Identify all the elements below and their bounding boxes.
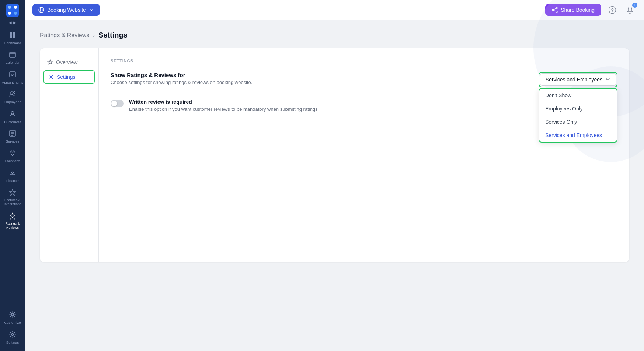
topbar: Booking Website Share Booking ? 1 <box>25 0 644 20</box>
svg-rect-7 <box>10 35 12 38</box>
sidebar-item-label-settings-bottom: Settings <box>6 340 19 344</box>
svg-rect-9 <box>10 52 15 57</box>
svg-point-26 <box>11 313 14 316</box>
sidebar-item-label-services: Services <box>6 139 19 143</box>
sidebar-item-label-ratings: Ratings &Reviews <box>5 222 20 230</box>
sidebar-item-finance[interactable]: Finance <box>0 166 25 186</box>
settings-section-title: SETTINGS <box>111 59 617 63</box>
show-ratings-desc: Choose settings for showing ratings & re… <box>111 80 252 85</box>
help-button[interactable]: ? <box>606 3 619 17</box>
content-area: Ratings & Reviews › Settings Overview Se… <box>25 20 644 351</box>
svg-point-30 <box>552 9 554 11</box>
sidebar-item-label-finance: Finance <box>6 179 19 183</box>
services-icon <box>9 130 16 138</box>
features-icon <box>9 189 16 197</box>
notification-badge-count: 1 <box>632 3 637 8</box>
customize-icon <box>9 311 16 319</box>
calendar-icon <box>9 51 16 59</box>
svg-point-15 <box>14 92 15 94</box>
ratings-dropdown-wrapper: Services and Employees Don't Show Employ… <box>539 72 617 87</box>
settings-navigation: Overview Settings <box>40 48 99 262</box>
ratings-dropdown-value: Services and Employees <box>546 77 602 83</box>
settings-content: SETTINGS Show Ratings & Reviews for Choo… <box>99 48 629 262</box>
ratings-icon <box>9 212 16 221</box>
written-review-label: Written review is required <box>129 99 319 105</box>
sidebar-item-locations[interactable]: Locations <box>0 146 25 166</box>
svg-point-14 <box>11 92 13 94</box>
sidebar-item-dashboard[interactable]: Dashboard <box>0 28 25 48</box>
dropdown-item-services-and-employees[interactable]: Services and Employees <box>539 129 617 142</box>
svg-line-33 <box>554 10 556 11</box>
show-ratings-info: Show Ratings & Reviews for Choose settin… <box>111 72 252 85</box>
svg-point-31 <box>556 11 557 13</box>
sidebar-item-customize[interactable]: Customize <box>0 308 25 327</box>
sidebar-item-features[interactable]: Features &Integrations <box>0 186 25 209</box>
sidebar-item-label-customize: Customize <box>4 320 21 324</box>
svg-rect-22 <box>10 171 15 175</box>
ratings-dropdown-menu: Don't Show Employees Only Services Only … <box>539 88 617 143</box>
svg-rect-8 <box>13 35 15 38</box>
sidebar-item-settings[interactable]: Settings <box>0 328 25 347</box>
sidebar-item-services[interactable]: Services <box>0 127 25 146</box>
dropdown-item-services-only[interactable]: Services Only <box>539 115 617 129</box>
svg-marker-25 <box>10 213 15 219</box>
svg-marker-36 <box>48 60 53 64</box>
toggle-thumb <box>111 101 117 106</box>
share-booking-button[interactable]: Share Booking <box>545 4 601 16</box>
sidebar-item-label-dashboard: Dashboard <box>4 41 21 45</box>
sidebar-item-label-employees: Employees <box>4 100 21 104</box>
customers-icon <box>9 110 16 119</box>
show-ratings-row: Show Ratings & Reviews for Choose settin… <box>111 72 617 87</box>
svg-point-29 <box>556 7 557 9</box>
svg-point-2 <box>14 6 17 9</box>
svg-point-1 <box>8 6 11 9</box>
sidebar-item-label-locations: Locations <box>5 159 20 163</box>
ratings-dropdown-trigger[interactable]: Services and Employees <box>540 73 616 86</box>
sidebar-item-appointments[interactable]: Appointments <box>0 68 25 87</box>
sidebar-item-employees[interactable]: Employees <box>0 87 25 107</box>
locations-icon <box>9 149 16 158</box>
dropdown-item-dont-show[interactable]: Don't Show <box>539 89 617 102</box>
svg-point-16 <box>11 111 14 114</box>
svg-text:?: ? <box>611 7 613 13</box>
booking-website-button[interactable]: Booking Website <box>32 4 100 16</box>
svg-point-27 <box>12 333 14 335</box>
breadcrumb-separator: › <box>93 32 95 38</box>
svg-line-32 <box>554 8 556 10</box>
arrow-right-icon[interactable]: ▶ <box>13 21 16 25</box>
dropdown-item-employees-only[interactable]: Employees Only <box>539 102 617 115</box>
arrow-left-icon[interactable]: ◀ <box>9 21 12 25</box>
sidebar-item-label-customers: Customers <box>4 120 21 124</box>
written-review-desc: Enable this option if you want customer … <box>129 106 319 112</box>
sidebar-logo <box>6 4 19 18</box>
topbar-right: Share Booking ? 1 <box>545 3 637 17</box>
written-review-toggle[interactable] <box>111 100 124 107</box>
share-booking-label: Share Booking <box>561 7 595 13</box>
breadcrumb-parent[interactable]: Ratings & Reviews <box>40 32 89 39</box>
settings-nav-overview-label: Overview <box>56 59 77 65</box>
svg-point-37 <box>50 76 52 78</box>
finance-icon <box>9 169 16 178</box>
settings-nav-settings[interactable]: Settings <box>43 70 95 84</box>
breadcrumb-current: Settings <box>98 31 128 39</box>
settings-icon <box>9 331 16 339</box>
svg-point-4 <box>14 12 17 15</box>
svg-marker-24 <box>10 189 15 195</box>
sidebar-item-calendar[interactable]: Calendar <box>0 48 25 67</box>
dashboard-icon <box>9 31 16 40</box>
sidebar-item-customers[interactable]: Customers <box>0 107 25 127</box>
svg-point-21 <box>12 151 13 153</box>
breadcrumb: Ratings & Reviews › Settings <box>40 31 629 39</box>
main-area: Booking Website Share Booking ? 1 <box>25 0 644 351</box>
sidebar-item-ratings[interactable]: Ratings &Reviews <box>0 209 25 233</box>
settings-card: Overview Settings SETTINGS Show Ratings … <box>40 48 629 262</box>
show-ratings-label: Show Ratings & Reviews for <box>111 72 252 78</box>
sidebar: ◀ ▶ Dashboard Calendar Appointments Empl… <box>0 0 25 351</box>
settings-nav-settings-label: Settings <box>57 74 76 80</box>
svg-rect-13 <box>10 72 15 77</box>
notification-wrapper: 1 <box>623 3 637 17</box>
sidebar-collapse-arrows[interactable]: ◀ ▶ <box>9 21 16 25</box>
sidebar-item-label-features: Features &Integrations <box>4 198 21 206</box>
booking-website-label: Booking Website <box>47 7 86 13</box>
settings-nav-overview[interactable]: Overview <box>40 56 98 69</box>
